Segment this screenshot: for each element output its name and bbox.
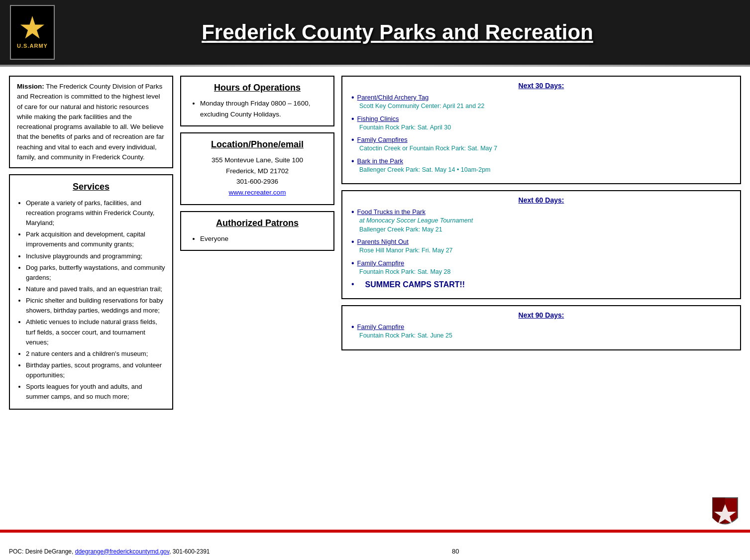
authorized-patrons-box: Authorized Patrons Everyone	[180, 211, 334, 251]
hours-box: Hours of Operations Monday through Frida…	[180, 76, 334, 126]
hours-detail: Monday through Friday 0800 – 1600, exclu…	[200, 98, 325, 119]
poc-email-link[interactable]: ddegrange@frederickcountymd.gov	[75, 548, 169, 555]
bullet-icon: •	[351, 208, 354, 217]
next90-heading: Next 90 Days:	[349, 311, 733, 319]
event-link[interactable]: Family Campfires	[357, 136, 408, 143]
mission-box: Mission: The Frederick County Division o…	[9, 76, 173, 168]
services-title: Services	[17, 180, 165, 194]
location-address1: 355 Montevue Lane, Suite 100	[189, 155, 325, 166]
list-item: • Parents Night Out Rose Hill Manor Park…	[351, 238, 733, 255]
services-box: Services Operate a variety of parks, fac…	[9, 174, 173, 410]
bullet-icon: •	[351, 157, 354, 166]
authorized-patrons-item: Everyone	[200, 233, 325, 244]
footer-poc: POC: Desiré DeGrange, ddegrange@frederic…	[9, 548, 210, 555]
list-item: 2 nature centers and a children's museum…	[26, 349, 165, 359]
event-link[interactable]: Bark in the Park	[357, 157, 404, 165]
bullet-icon: •	[351, 93, 354, 102]
page-title: Frederick County Parks and Recreation	[202, 20, 593, 44]
army-logo: U.S.ARMY	[10, 5, 55, 60]
services-list: Operate a variety of parks, facilities, …	[17, 198, 165, 402]
event-link[interactable]: Family Campfire	[357, 323, 405, 331]
footer: POC: Desiré DeGrange, ddegrange@frederic…	[0, 548, 750, 555]
list-item: • Food Trucks in the Park at Monocacy So…	[351, 208, 733, 234]
next90-list: • Family Campfire Fountain Rock Park: Sa…	[349, 323, 733, 340]
list-item: Athletic venues to include natural grass…	[26, 317, 165, 347]
mission-label: Mission:	[17, 83, 44, 90]
list-item: Nature and paved trails, and an equestri…	[26, 284, 165, 294]
list-item: Dog parks, butterfly waystations, and co…	[26, 263, 165, 283]
next60-list: • Food Trucks in the Park at Monocacy So…	[349, 208, 733, 289]
next30-list: • Parent/Child Archery Tag Scott Key Com…	[349, 94, 733, 174]
bullet-icon: •	[351, 135, 354, 144]
poc-phone: , 301-600-2391	[169, 548, 210, 555]
next60-heading: Next 60 Days:	[349, 196, 733, 204]
list-item: Birthday parties, scout programs, and vo…	[26, 360, 165, 380]
event-link[interactable]: Fishing Clinics	[357, 115, 399, 122]
list-item: • Parent/Child Archery Tag Scott Key Com…	[351, 94, 733, 111]
footer-red-bar	[0, 530, 750, 533]
list-item: Operate a variety of parks, facilities, …	[26, 198, 165, 228]
list-item: • Bark in the Park Ballenger Creek Park:…	[351, 157, 733, 175]
event-detail: Rose Hill Manor Park: Fri. May 27	[359, 246, 733, 255]
list-item: • Family Campfire Fountain Rock Park: Sa…	[351, 323, 733, 340]
list-item: • Family Campfire Fountain Rock Park: Sa…	[351, 259, 733, 277]
location-title: Location/Phone/email	[189, 139, 325, 150]
list-item: • SUMMER CAMPS START!!	[351, 280, 733, 289]
event-detail: Fountain Rock Park: Sat. April 30	[359, 123, 733, 132]
list-item: • Family Campfires Catoctin Creek or Fou…	[351, 136, 733, 153]
bullet-icon: •	[351, 259, 354, 268]
event-detail: Ballenger Creek Park: Sat. May 14 • 10am…	[359, 166, 733, 175]
hours-title: Hours of Operations	[189, 83, 325, 93]
list-item: Inclusive playgrounds and programming;	[26, 251, 165, 261]
event-detail: Fountain Rock Park: Sat. June 25	[359, 332, 733, 340]
event-link[interactable]: Parent/Child Archery Tag	[357, 94, 429, 101]
poc-prefix: POC: Desiré DeGrange,	[9, 548, 75, 555]
location-website[interactable]: www.recreater.com	[229, 189, 286, 196]
event-detail: Scott Key Community Center: April 21 and…	[359, 102, 733, 111]
main-content: Mission: The Frederick County Division o…	[0, 67, 750, 415]
header-title-area: Frederick County Parks and Recreation	[55, 20, 740, 44]
bullet-icon: •	[351, 237, 354, 246]
next60-box: Next 60 Days: • Food Trucks in the Park …	[341, 190, 741, 299]
location-box: Location/Phone/email 355 Montevue Lane, …	[180, 132, 334, 205]
bullet-icon: •	[351, 114, 354, 123]
header: U.S.ARMY Frederick County Parks and Recr…	[0, 0, 750, 65]
next30-box: Next 30 Days: • Parent/Child Archery Tag…	[341, 76, 741, 184]
right-column: Next 30 Days: • Parent/Child Archery Tag…	[341, 76, 741, 410]
list-item: Park acquisition and development, capita…	[26, 229, 165, 249]
event-link[interactable]: Food Trucks in the Park	[357, 208, 426, 216]
event-detail: Catoctin Creek or Fountain Rock Park: Sa…	[359, 144, 733, 153]
event-detail: Ballenger Creek Park: May 21	[359, 225, 733, 234]
event-detail: Fountain Rock Park: Sat. May 28	[359, 268, 733, 277]
list-item: Sports leagues for youth and adults, and…	[26, 382, 165, 402]
location-phone: 301-600-2936	[189, 176, 325, 187]
next30-heading: Next 30 Days:	[349, 82, 733, 90]
middle-column: Hours of Operations Monday through Frida…	[180, 76, 334, 410]
bullet-icon: •	[351, 280, 354, 289]
army-label: U.S.ARMY	[17, 43, 48, 49]
event-link[interactable]: Family Campfire	[357, 259, 405, 267]
list-item: Picnic shelter and building reservations…	[26, 296, 165, 316]
army-star-icon	[20, 16, 45, 41]
shield-logo	[710, 495, 740, 530]
authorized-patrons-title: Authorized Patrons	[189, 218, 325, 228]
next90-box: Next 90 Days: • Family Campfire Fountain…	[341, 305, 741, 350]
event-detail: at Monocacy Soccer League Tournament	[359, 217, 733, 225]
page-number: 80	[210, 548, 701, 555]
event-link[interactable]: Parents Night Out	[357, 238, 409, 245]
mission-text: The Frederick County Division of Parks a…	[17, 83, 164, 161]
list-item: • Fishing Clinics Fountain Rock Park: Sa…	[351, 115, 733, 132]
left-column: Mission: The Frederick County Division o…	[9, 76, 173, 410]
summer-camps-label: SUMMER CAMPS START!!	[365, 280, 465, 289]
bullet-icon: •	[351, 323, 354, 332]
location-address2: Frederick, MD 21702	[189, 166, 325, 177]
